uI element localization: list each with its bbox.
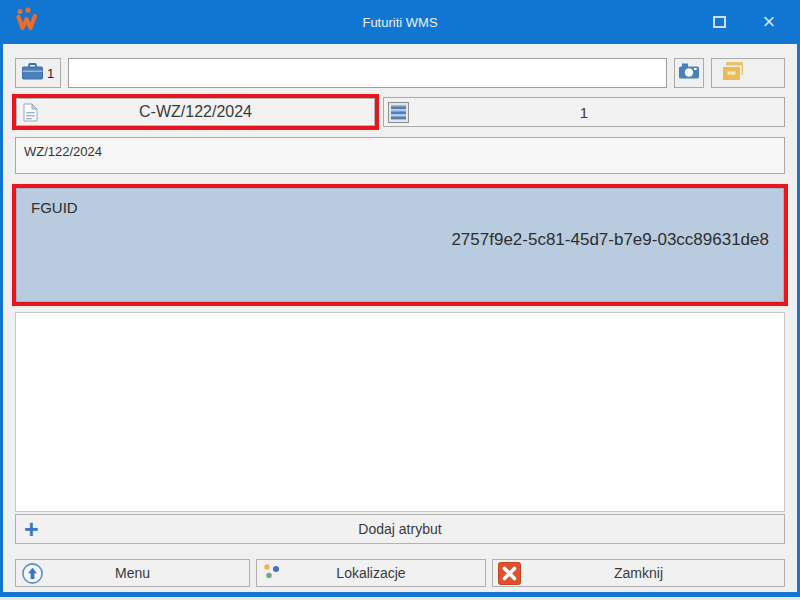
quantity-value: 1	[580, 104, 588, 121]
close-icon: ×	[763, 12, 776, 32]
close-window-button[interactable]: ×	[759, 12, 779, 32]
close-form-label: Zamknij	[614, 565, 663, 581]
camera-button[interactable]	[674, 58, 704, 88]
menu-button[interactable]: Menu	[15, 559, 250, 587]
briefcase-icon	[22, 63, 43, 84]
document-number-field[interactable]: C-WZ/122/2024	[16, 98, 375, 126]
reference-value: WZ/122/2024	[24, 144, 102, 159]
footer-buttons: Menu Lokalizacje	[15, 559, 785, 587]
window-title: Futuriti WMS	[3, 15, 797, 30]
quantity-field[interactable]: 1	[383, 97, 785, 127]
menu-label: Menu	[115, 565, 150, 581]
archive-icon	[719, 62, 744, 84]
plus-icon: +	[24, 515, 39, 543]
dots-icon	[262, 562, 282, 584]
titlebar-buttons: ×	[709, 0, 779, 44]
maximize-icon	[713, 16, 726, 28]
case-button[interactable]: 1	[15, 58, 61, 88]
attribute-highlight: FGUID 2757f9e2-5c81-45d7-b7e9-03cc89631d…	[12, 184, 788, 306]
document-number-value: C-WZ/122/2024	[139, 103, 252, 121]
attribute-name: FGUID	[31, 199, 769, 216]
case-count: 1	[47, 66, 54, 81]
attribute-list-panel[interactable]	[15, 312, 785, 512]
app-logo-icon	[13, 7, 41, 37]
window-content: 1	[3, 44, 797, 587]
attribute-value: 2757f9e2-5c81-45d7-b7e9-03cc89631de8	[31, 230, 769, 250]
locations-label: Lokalizacje	[336, 565, 405, 581]
list-icon	[388, 102, 409, 126]
toolbar: 1	[15, 58, 785, 88]
locations-button[interactable]: Lokalizacje	[256, 559, 486, 587]
document-row: C-WZ/122/2024 1	[15, 94, 785, 130]
circle-up-arrow-icon	[21, 562, 44, 588]
close-form-button[interactable]: Zamknij	[492, 559, 785, 587]
scan-input[interactable]	[68, 58, 667, 88]
maximize-button[interactable]	[709, 12, 729, 32]
reference-field[interactable]: WZ/122/2024	[15, 137, 785, 174]
archive-button[interactable]	[711, 58, 785, 88]
document-number-highlight: C-WZ/122/2024	[12, 94, 379, 130]
add-attribute-label: Dodaj atrybut	[16, 521, 784, 537]
titlebar: Futuriti WMS ×	[3, 0, 797, 44]
add-attribute-button[interactable]: + Dodaj atrybut	[15, 514, 785, 544]
document-icon	[23, 103, 38, 126]
attribute-panel[interactable]: FGUID 2757f9e2-5c81-45d7-b7e9-03cc89631d…	[16, 188, 784, 302]
red-x-icon	[498, 562, 521, 588]
app-window: Futuriti WMS × 1	[0, 0, 800, 597]
camera-icon	[679, 63, 699, 83]
